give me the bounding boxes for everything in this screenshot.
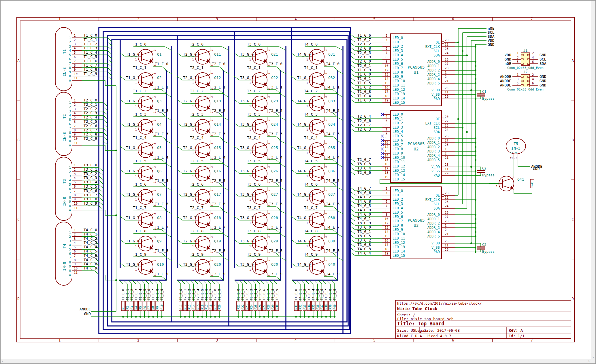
transistor-Q40[interactable]: T4_C_9T4_G_9T4_E_9132Q40 xyxy=(291,252,343,280)
pin-name: LED_7 xyxy=(393,143,403,147)
frame-col-label: 2 xyxy=(137,338,139,342)
net-label: T4_G_5 xyxy=(357,203,371,208)
bus-entry xyxy=(350,86,355,90)
net-label: T3_C_6 xyxy=(247,182,261,186)
net-label: T2_C_2 xyxy=(84,107,97,111)
jumper-J1[interactable]: J1Conn_02x03_Odd_Even1VDD3GND5nOE2GND4SC… xyxy=(505,48,546,70)
net-label: T1_C_8 xyxy=(84,67,97,71)
net-label: T3_E_3 xyxy=(269,132,282,136)
collector-arm xyxy=(313,144,324,148)
resistor-R11[interactable]: T2_E_0R11 xyxy=(177,280,183,318)
bus-entry xyxy=(350,124,355,127)
pin-name: LED_5 xyxy=(393,57,403,61)
transistor-Q30[interactable]: T3_C_9T3_G_9T3_E_9132Q30 xyxy=(234,252,286,280)
pin-number: 2 xyxy=(153,182,156,183)
pin-name: LED_4 xyxy=(393,206,403,210)
scroll-down-icon[interactable]: ⌄ xyxy=(592,354,595,358)
capacitor-ref: C1 xyxy=(482,90,486,94)
resistor-R41[interactable]: GNDR41 xyxy=(530,167,540,188)
transistor-Q10[interactable]: T1_C_9T1_G_9T1_E_9132Q10 xyxy=(120,252,172,280)
resistor-ref: R38 xyxy=(325,304,328,310)
pin-number: 3 xyxy=(325,50,327,51)
pin-name: 2 xyxy=(69,235,71,239)
transistor-Q20[interactable]: T2_C_9T2_G_9T2_E_9132Q20 xyxy=(177,252,229,280)
collector-arm xyxy=(142,51,153,55)
bus-entry xyxy=(276,90,281,94)
bus-entry xyxy=(333,66,338,70)
pin-number: 2 xyxy=(267,205,270,207)
pin-number: 1 xyxy=(306,152,308,154)
pin-name: ADDR_1 xyxy=(427,64,440,68)
bus-entry xyxy=(120,263,125,267)
pin-number: 21 xyxy=(445,232,448,236)
resistor-R21[interactable]: T3_E_0R21 xyxy=(235,280,240,318)
net-label: T4_E_0 xyxy=(326,62,340,66)
pin-number: 2 xyxy=(74,168,76,171)
pin-number: 3 xyxy=(267,96,270,98)
ic-U3[interactable]: PCA9685U33LED_0T4_G_74LED_1T4_G_65LED_2T… xyxy=(350,186,481,259)
bus-entry xyxy=(234,76,239,80)
pin-name: LED_6 xyxy=(393,215,403,219)
pin-number: 2 xyxy=(153,65,156,67)
pin-name: ADDR_3 xyxy=(427,149,440,153)
transistor-Q41[interactable]: 1Q41 xyxy=(489,176,532,194)
collector-arm xyxy=(256,191,267,195)
pin-number: 1 xyxy=(249,175,251,178)
net-label: T2_E_2 xyxy=(188,289,191,300)
net-label: T3_G_2 xyxy=(357,238,371,242)
pin-number: 3 xyxy=(267,236,270,238)
bus-entry xyxy=(350,39,355,42)
pin-name: LED_7 xyxy=(393,219,403,223)
bus-entry xyxy=(234,216,239,220)
net-label: T3_C_5 xyxy=(84,184,97,188)
pin-number: 1 xyxy=(249,245,251,248)
bus-entry xyxy=(350,56,355,59)
resistor-R1[interactable]: T1_E_0R1 xyxy=(119,280,125,318)
transistor-ref: Q22 xyxy=(271,76,278,80)
pin-name: LED_3 xyxy=(393,202,403,206)
pin-number: 3 xyxy=(210,236,213,238)
vertical-scrollbar[interactable]: ⌄ xyxy=(591,1,595,359)
pin-number: 3 xyxy=(325,73,327,74)
bus-entry xyxy=(279,47,286,50)
resistor-ref: R4 xyxy=(135,306,138,310)
pin-number: 22 xyxy=(445,119,448,123)
scroll-left-icon[interactable]: ‹ xyxy=(2,359,3,363)
ic-U2[interactable]: PCA9685U23LED_04LED_1T2_G_45LED_2T2_G_66… xyxy=(350,110,499,184)
horizontal-scrollbar[interactable]: ‹ › xyxy=(1,359,591,363)
pin-number: 2 xyxy=(267,112,270,113)
pin-number: 3 xyxy=(153,120,156,121)
pin-name: 8 xyxy=(69,261,71,264)
pin-number: 26 xyxy=(445,134,448,138)
pin-number: 11 xyxy=(445,244,448,247)
net-label: T2_E_3 xyxy=(212,132,225,136)
pin-number: 25 xyxy=(445,86,448,90)
bus-entry xyxy=(120,76,125,80)
bus-entry xyxy=(350,205,355,208)
collector-arm xyxy=(142,74,153,78)
jumper-J2[interactable]: J2Conn_02x03_Odd_Even1ANODE3ANODE5ANODE2… xyxy=(500,70,546,91)
pin-name: 4 xyxy=(69,243,71,247)
bus-entry xyxy=(219,113,224,117)
frame-col-label: 6 xyxy=(452,17,454,21)
resistor-R31[interactable]: T4_E_0R31 xyxy=(292,280,298,318)
transistor-ref: Q35 xyxy=(328,146,335,150)
pin-number: 23 xyxy=(445,200,448,204)
net-label: T1_E_4 xyxy=(155,155,168,159)
scroll-right-icon[interactable]: › xyxy=(588,359,590,363)
pin-number: 1 xyxy=(306,58,308,61)
resistor-ref: R15 xyxy=(197,304,200,310)
schematic-canvas[interactable]: 11223344556677AABBCCDDT1IN-811T1_C_022T1… xyxy=(1,1,591,359)
net-label: T1_G_0 xyxy=(126,52,139,56)
frame-row-label: D xyxy=(17,297,19,301)
pin-name: LED_3 xyxy=(393,125,403,129)
bus-entry xyxy=(234,146,239,150)
title-rev: Rev: A xyxy=(509,328,523,333)
net-label: VDD xyxy=(488,38,495,43)
ic-U1[interactable]: PCA9685U13LED_0T1_G_64LED_1T1_G_75LED_2T… xyxy=(350,33,481,106)
pin-name: 5 xyxy=(69,183,71,186)
pin-name: V_SS xyxy=(431,169,440,173)
bus-entry xyxy=(276,183,281,187)
bus-entry xyxy=(107,46,112,50)
bus-entry xyxy=(350,65,355,68)
